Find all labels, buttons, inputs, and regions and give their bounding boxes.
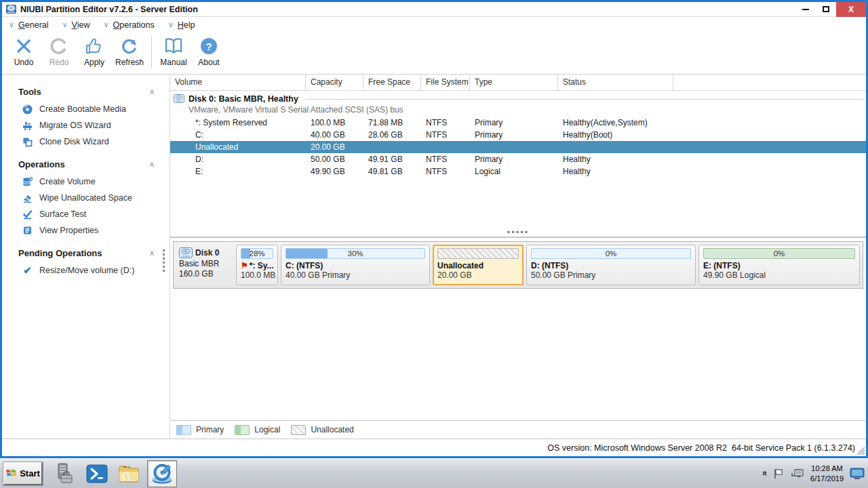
redo-button[interactable]: Redo <box>41 35 77 74</box>
sidebar-item-label: View Properties <box>39 226 98 235</box>
column-header-file-system[interactable]: File System <box>421 75 470 90</box>
column-header-filler <box>673 75 866 90</box>
cell-volume: *: System Reserved <box>170 117 306 129</box>
cell-free-space <box>363 141 421 153</box>
cell-capacity: 20.00 GB <box>306 141 363 153</box>
sidebar-item-view-properties[interactable]: View Properties <box>2 222 170 239</box>
table-row-system-reserved[interactable]: *: System Reserved 100.0 MB 71.88 MB NTF… <box>170 117 866 129</box>
partition-block-c[interactable]: 30% C: (NTFS) 40.00 GB Primary <box>281 245 430 285</box>
table-row-d-drive[interactable]: D: 50.00 GB 49.91 GB NTFS Primary Health… <box>170 153 866 165</box>
show-hidden-icons-button[interactable]: » <box>759 471 769 476</box>
show-desktop-button[interactable] <box>850 467 865 481</box>
menu-view[interactable]: ∨ View <box>62 20 90 30</box>
pending-operations-header[interactable]: Pending Operations ∧ <box>2 248 170 258</box>
operations-header[interactable]: Operations ∧ <box>2 159 170 169</box>
action-center-flag-icon[interactable] <box>772 468 785 480</box>
cell-filler <box>673 117 866 129</box>
chevron-up-icon: ∧ <box>149 249 155 258</box>
close-icon: X <box>848 5 854 14</box>
manual-button[interactable]: Manual <box>156 35 191 74</box>
chevron-down-icon: ∨ <box>168 20 174 29</box>
about-button[interactable]: ? About <box>191 35 226 74</box>
column-header-volume[interactable]: Volume <box>170 75 306 90</box>
chevron-down-icon: ∨ <box>104 20 109 29</box>
cell-status: Healthy <box>558 153 673 165</box>
legend-label: Logical <box>254 425 280 434</box>
menu-general[interactable]: ∨ General <box>9 20 49 30</box>
os-version-text: OS version: Microsoft Windows Server 200… <box>547 443 855 453</box>
disk-info-block[interactable]: Disk 0 Basic MBR 160.0 GB <box>176 245 233 285</box>
sidebar-splitter-handle[interactable] <box>163 249 165 274</box>
usage-percent: 28% <box>241 249 273 259</box>
disk-scheme: Basic MBR <box>179 259 232 269</box>
properties-document-icon <box>22 226 33 236</box>
disk-group-title: Disk 0: Basic MBR, Healthy <box>189 94 298 104</box>
tools-header[interactable]: Tools ∧ <box>2 87 170 97</box>
sidebar-section-operations: Operations ∧ Create Volume Wipe Unalloca… <box>2 159 170 239</box>
close-button[interactable]: X <box>836 2 866 17</box>
menu-operations[interactable]: ∨ Operations <box>104 20 155 30</box>
taskbar-icon-niubi-active[interactable] <box>147 460 177 487</box>
partition-block-e[interactable]: 0% E: (NTFS) 49.90 GB Logical <box>698 245 860 285</box>
system-tray: » 10:28 AM 6/17/2019 <box>762 464 866 484</box>
chevron-up-icon: ∧ <box>149 87 155 96</box>
partition-block-system-reserved[interactable]: 28% ⚑*: Sy... 100.0 MB <box>236 245 278 285</box>
undo-icon <box>14 37 33 56</box>
book-icon <box>163 37 184 56</box>
partition-block-d[interactable]: 0% D: (NTFS) 50.00 GB Primary <box>526 245 696 285</box>
taskbar-icon-powershell[interactable] <box>82 460 112 487</box>
disk-group-row[interactable]: Disk 0: Basic MBR, Healthy VMware, VMwar… <box>170 91 866 117</box>
sidebar-item-label: Migrate OS Wizard <box>39 121 111 130</box>
cell-status: Healthy(Boot) <box>558 129 673 141</box>
menu-help[interactable]: ∨ Help <box>168 20 195 30</box>
column-header-type[interactable]: Type <box>470 75 558 90</box>
minimize-button[interactable] <box>795 2 816 16</box>
cd-disc-icon <box>22 104 33 115</box>
cell-volume: D: <box>170 153 306 165</box>
clock[interactable]: 10:28 AM 6/17/2019 <box>810 464 844 484</box>
partition-label: Unallocated <box>437 261 484 270</box>
content-area: Tools ∧ Create Bootable Media Migrate OS… <box>2 75 866 439</box>
powershell-icon <box>86 464 108 483</box>
start-button[interactable]: Start <box>3 462 43 485</box>
table-row-c-drive[interactable]: C: 40.00 GB 28.06 GB NTFS Primary Health… <box>170 129 866 141</box>
taskbar-icon-explorer[interactable] <box>115 460 144 487</box>
cell-volume: C: <box>170 129 306 141</box>
cell-file-system: NTFS <box>421 129 470 141</box>
table-row-unallocated-selected[interactable]: Unallocated 20.00 GB <box>170 141 866 153</box>
column-header-status[interactable]: Status <box>558 75 673 90</box>
sidebar-item-migrate-os-wizard[interactable]: Migrate OS Wizard <box>2 117 170 134</box>
sidebar-item-clone-disk-wizard[interactable]: Clone Disk Wizard <box>2 134 170 150</box>
legend-item-primary: Primary <box>176 425 224 435</box>
refresh-button[interactable]: Refresh <box>112 35 147 74</box>
create-volume-icon <box>22 177 33 187</box>
sidebar-item-wipe-unallocated-space[interactable]: Wipe Unallocated Space <box>2 190 170 206</box>
menu-bar: ∨ General ∨ View ∨ Operations ∨ Help <box>2 17 866 33</box>
column-header-capacity[interactable]: Capacity <box>306 75 363 90</box>
taskbar: Start <box>0 458 868 488</box>
undo-button[interactable]: Undo <box>6 35 41 74</box>
partition-block-unallocated-selected[interactable]: Unallocated 20.00 GB <box>433 245 524 285</box>
sidebar-item-create-bootable-media[interactable]: Create Bootable Media <box>2 101 170 117</box>
partition-label: *: Sy... <box>250 261 274 270</box>
table-row-e-drive[interactable]: E: 49.90 GB 49.81 GB NTFS Logical Health… <box>170 165 866 178</box>
menu-label: General <box>18 20 48 30</box>
column-header-free-space[interactable]: Free Space <box>363 75 421 90</box>
flag-icon: ⚑ <box>241 262 248 270</box>
redo-label: Redo <box>50 58 69 67</box>
sidebar-item-surface-test[interactable]: Surface Test <box>2 206 170 222</box>
toolbar-separator <box>151 37 152 68</box>
chevron-down-icon: ∨ <box>9 20 14 29</box>
maximize-button[interactable] <box>816 2 836 16</box>
sidebar-item-label: Create Volume <box>39 177 96 186</box>
network-icon[interactable] <box>791 468 804 480</box>
sidebar-item-create-volume[interactable]: Create Volume <box>2 174 170 190</box>
resize-grip[interactable] <box>856 447 865 455</box>
disk-size: 160.0 GB <box>179 269 232 279</box>
taskbar-icon-server-manager[interactable] <box>50 460 79 487</box>
pending-item-resize-move[interactable]: ✔ Resize/Move volume (D:) <box>2 262 170 279</box>
clock-time: 10:28 AM <box>810 464 844 474</box>
cell-status: Healthy(Active,System) <box>558 117 673 129</box>
horizontal-splitter-handle[interactable]: ••••• <box>170 228 866 238</box>
apply-button[interactable]: Apply <box>77 35 112 74</box>
